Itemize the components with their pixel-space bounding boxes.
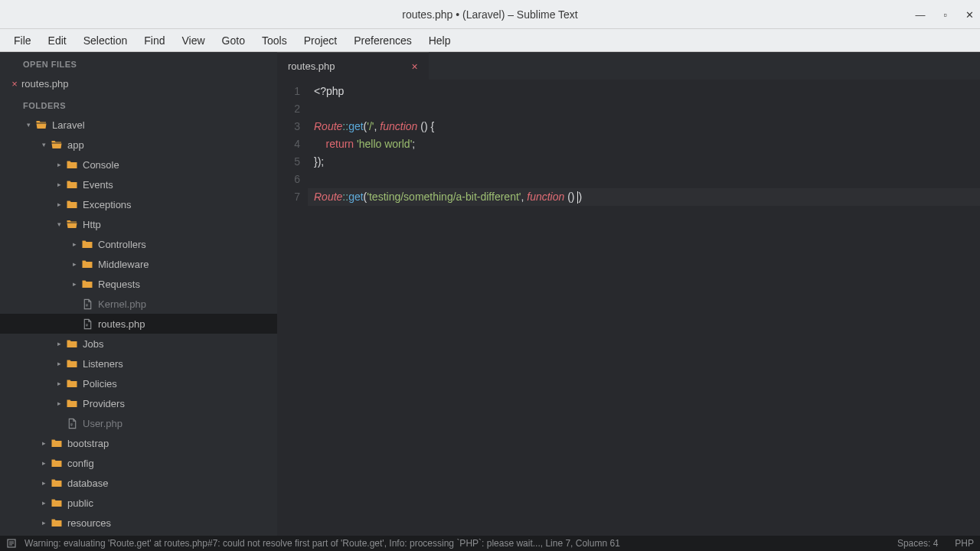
svg-text:φ: φ xyxy=(70,422,72,426)
chevron-right-icon: ▸ xyxy=(54,340,64,347)
menu-find[interactable]: Find xyxy=(136,31,172,50)
code-line: Route::get('/', function () { xyxy=(314,118,980,135)
folder-item[interactable]: ▸Middleware xyxy=(0,254,277,274)
tree-item-label: Requests xyxy=(98,279,140,290)
chevron-right-icon: ▸ xyxy=(69,280,80,288)
folder-icon xyxy=(81,258,93,270)
status-bar: Warning: evaluating 'Route.get' at route… xyxy=(0,536,980,551)
chevron-right-icon: ▸ xyxy=(38,439,49,447)
chevron-right-icon: ▸ xyxy=(69,240,80,248)
file-item[interactable]: φUser.php xyxy=(0,413,277,433)
tree-item-label: Providers xyxy=(83,398,125,409)
chevron-right-icon: ▸ xyxy=(38,519,49,527)
chevron-down-icon: ▾ xyxy=(23,121,34,129)
tree-item-label: Jobs xyxy=(83,338,103,350)
menu-bar: FileEditSelectionFindViewGotoToolsProjec… xyxy=(0,29,980,52)
folder-item[interactable]: ▸Exceptions xyxy=(0,194,277,214)
folder-icon xyxy=(66,357,78,370)
maximize-icon[interactable]: ▫ xyxy=(943,9,947,21)
folder-icon xyxy=(51,497,63,509)
chevron-right-icon: ▸ xyxy=(54,201,64,208)
status-icon[interactable] xyxy=(6,538,17,549)
tree-item-label: Laravel xyxy=(52,119,85,131)
chevron-right-icon: ▸ xyxy=(38,499,49,507)
line-number: 3 xyxy=(277,118,300,135)
tree-item-label: config xyxy=(67,458,94,469)
folder-item[interactable]: ▸Providers xyxy=(0,393,277,413)
folder-item[interactable]: ▸Controllers xyxy=(0,234,277,254)
tree-item-label: Controllers xyxy=(98,239,146,250)
folder-icon xyxy=(81,238,93,250)
folder-item[interactable]: ▾app xyxy=(0,135,277,155)
folder-icon xyxy=(66,178,78,191)
folder-item[interactable]: ▸Requests xyxy=(0,274,277,294)
window-title: routes.php • (Laravel) – Sublime Text xyxy=(402,8,578,21)
svg-text:φ: φ xyxy=(85,323,87,327)
folder-icon xyxy=(66,377,78,390)
folder-icon xyxy=(81,278,93,290)
folder-icon xyxy=(66,158,78,171)
chevron-right-icon: ▸ xyxy=(54,380,64,387)
chevron-right-icon: ▸ xyxy=(54,399,64,407)
open-file-item[interactable]: ×routes.php xyxy=(0,73,277,93)
folder-item[interactable]: ▸Listeners xyxy=(0,354,277,373)
menu-edit[interactable]: Edit xyxy=(41,31,74,50)
file-icon: φ xyxy=(81,298,93,310)
line-number: 1 xyxy=(277,83,300,100)
line-number: 7 xyxy=(277,188,300,206)
folder-icon xyxy=(66,397,78,409)
folder-item[interactable]: ▾Http xyxy=(0,214,277,234)
folders-heading: FOLDERS xyxy=(0,93,277,115)
folder-item[interactable]: ▸config xyxy=(0,453,277,473)
close-icon[interactable]: ✕ xyxy=(965,9,974,21)
status-language[interactable]: PHP xyxy=(955,538,974,549)
folder-item[interactable]: ▸database xyxy=(0,473,277,493)
svg-text:φ: φ xyxy=(85,303,87,307)
menu-goto[interactable]: Goto xyxy=(214,31,253,50)
tree-item-label: routes.php xyxy=(98,318,145,330)
menu-preferences[interactable]: Preferences xyxy=(346,31,419,50)
menu-selection[interactable]: Selection xyxy=(76,31,136,50)
folder-icon xyxy=(51,457,63,469)
file-icon: φ xyxy=(66,417,78,429)
folder-icon xyxy=(66,337,78,350)
minimize-icon[interactable]: — xyxy=(915,9,925,21)
folder-icon xyxy=(51,477,63,489)
code-area[interactable]: 1234567 <?php Route::get('/', function (… xyxy=(277,80,980,536)
open-file-name: routes.php xyxy=(21,78,68,90)
code[interactable]: <?php Route::get('/', function () { retu… xyxy=(308,83,980,536)
file-icon: φ xyxy=(81,318,93,330)
folder-item[interactable]: ▸public xyxy=(0,493,277,513)
folder-item[interactable]: ▸Policies xyxy=(0,373,277,393)
menu-file[interactable]: File xyxy=(6,31,39,50)
folder-item[interactable]: ▸Events xyxy=(0,174,277,194)
folder-item[interactable]: ▸Console xyxy=(0,155,277,174)
folder-icon xyxy=(35,119,47,131)
sidebar: OPEN FILES ×routes.php FOLDERS ▾Laravel▾… xyxy=(0,52,277,536)
menu-view[interactable]: View xyxy=(175,31,213,50)
folder-icon xyxy=(66,218,78,230)
file-item[interactable]: φroutes.php xyxy=(0,314,277,334)
status-spaces[interactable]: Spaces: 4 xyxy=(897,538,938,549)
tab-close-icon[interactable]: × xyxy=(411,60,417,73)
chevron-right-icon: ▸ xyxy=(38,459,49,467)
close-file-icon[interactable]: × xyxy=(8,78,21,90)
tree-item-label: public xyxy=(67,497,93,509)
menu-tools[interactable]: Tools xyxy=(254,31,295,50)
tree-item-label: Policies xyxy=(83,378,117,390)
editor-tab[interactable]: routes.php× xyxy=(277,52,429,80)
chevron-right-icon: ▸ xyxy=(54,360,64,367)
chevron-down-icon: ▾ xyxy=(54,220,64,228)
folder-icon xyxy=(51,139,63,151)
folder-item[interactable]: ▾Laravel xyxy=(0,115,277,135)
menu-help[interactable]: Help xyxy=(421,31,459,50)
folder-item[interactable]: ▸resources xyxy=(0,513,277,533)
window-controls: — ▫ ✕ xyxy=(915,0,974,29)
menu-project[interactable]: Project xyxy=(296,31,345,50)
status-message: Warning: evaluating 'Route.get' at route… xyxy=(24,538,897,549)
folder-item[interactable]: ▸bootstrap xyxy=(0,433,277,453)
tab-bar: routes.php× xyxy=(277,52,980,80)
file-item[interactable]: φKernel.php xyxy=(0,294,277,314)
code-line: return 'hello world'; xyxy=(314,135,980,153)
folder-item[interactable]: ▸Jobs xyxy=(0,334,277,354)
